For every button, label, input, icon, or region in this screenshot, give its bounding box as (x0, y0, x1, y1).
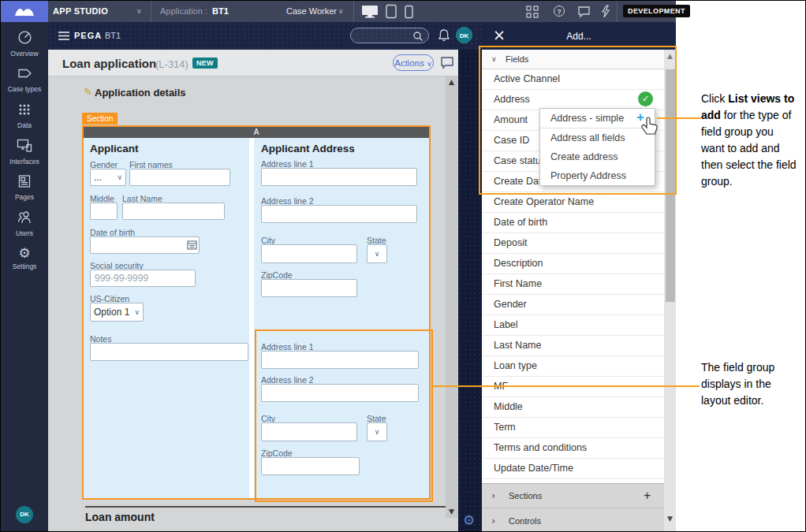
gear-icon: ⚙ (18, 245, 30, 261)
sidebar-item-interfaces[interactable]: Interfaces (1, 138, 48, 166)
list-item[interactable]: Create Operator Name (482, 192, 664, 213)
list-item[interactable]: Gender (482, 295, 664, 315)
pencil-icon: ✎ (84, 87, 92, 97)
annotation-note-2: The field group displays in the layout e… (701, 359, 797, 409)
scroll-down-icon[interactable]: ▼ (446, 508, 457, 515)
sidebar-item-users[interactable]: Users (1, 210, 48, 237)
persona-switcher[interactable]: Case Worker (286, 1, 337, 22)
social-security-input[interactable] (90, 270, 196, 287)
scroll-up-icon[interactable]: ▲ (446, 78, 457, 86)
section-tag[interactable]: Section (82, 113, 118, 125)
settings-gear-icon[interactable]: ⚙ (463, 514, 475, 527)
tablet-preview-icon[interactable] (385, 4, 397, 19)
add-section-plus-icon[interactable]: + (644, 489, 651, 503)
controls-group-label: Controls (509, 516, 541, 526)
lightning-icon[interactable] (600, 5, 610, 18)
applicant-heading: Applicant (90, 143, 139, 154)
app-studio-chevron-down-icon[interactable]: ∨ (136, 8, 142, 15)
overview-icon (17, 30, 32, 45)
scroll-down-icon[interactable]: ▼ (664, 515, 676, 523)
case-types-icon (17, 66, 32, 80)
actions-button[interactable]: Actions ∨ (393, 54, 434, 71)
sections-group-label: Sections (509, 491, 542, 500)
sidebar-item-case-types[interactable]: Case types (1, 66, 48, 93)
list-item[interactable]: Deposit (482, 233, 664, 254)
address1-city-input[interactable] (261, 244, 357, 263)
chevron-right-icon: › (491, 490, 495, 500)
interfaces-icon (17, 138, 32, 153)
list-item[interactable]: Middle (482, 397, 664, 418)
divider (353, 1, 354, 22)
date-of-birth-input[interactable] (90, 236, 200, 254)
main-scrollbar[interactable] (446, 76, 457, 518)
menu-item-property-address[interactable]: Property Address (540, 166, 655, 185)
persona-chevron-down-icon[interactable]: ∨ (338, 8, 344, 15)
divider (617, 1, 618, 22)
sidebar-item-label: Pages (1, 193, 48, 201)
search-icon (412, 31, 424, 42)
case-id: (L-314) (155, 58, 188, 70)
list-item[interactable]: Description (482, 254, 664, 274)
bell-icon[interactable] (438, 28, 450, 43)
first-names-input[interactable] (129, 169, 230, 186)
list-item[interactable]: Active Channel (482, 69, 664, 90)
us-citizen-select[interactable]: Option 1∨ (90, 303, 144, 322)
workflow-grid-icon[interactable] (526, 6, 539, 18)
application-label: Application : (160, 1, 207, 22)
last-name-input[interactable] (122, 203, 225, 220)
address2-zip-input[interactable] (261, 457, 360, 475)
chat-icon[interactable] (577, 6, 591, 18)
hamburger-icon[interactable] (58, 31, 70, 41)
sidebar-item-data[interactable]: Data (1, 102, 48, 129)
middle-input[interactable] (90, 203, 118, 220)
sidebar-item-overview[interactable]: Overview (1, 30, 48, 58)
list-item[interactable]: Label (482, 315, 664, 336)
sidebar-avatar[interactable]: DK (16, 506, 33, 523)
scroll-up-icon[interactable]: ▲ (664, 52, 676, 60)
sidebar-item-settings[interactable]: ⚙ Settings (1, 247, 48, 270)
app-studio-label[interactable]: APP STUDIO (53, 1, 108, 22)
desktop-preview-icon[interactable] (360, 4, 379, 19)
address1-state-select[interactable]: ∨ (367, 244, 387, 263)
cursor-hand-icon (641, 116, 662, 140)
list-item[interactable]: Term (482, 418, 664, 438)
left-sidebar: Overview Case types Data Interfaces Page… (1, 22, 48, 532)
search-input[interactable] (350, 28, 429, 43)
address1-line1-input[interactable] (261, 168, 417, 186)
screenshot-root: APP STUDIO ∨ Application : BT1 Case Work… (0, 0, 806, 532)
gender-select[interactable]: ...∨ (90, 169, 126, 186)
controls-group-header[interactable]: › Controls (482, 508, 664, 532)
notes-input[interactable] (90, 343, 248, 361)
sections-group-header[interactable]: › Sections + (482, 483, 664, 508)
address2-line2-input[interactable] (261, 384, 419, 402)
menu-item-create-address[interactable]: Create address (540, 147, 655, 166)
user-avatar[interactable]: DK (456, 27, 472, 43)
address2-state-select[interactable]: ∨ (367, 422, 387, 441)
phone-preview-icon[interactable] (404, 5, 414, 19)
address2-city-input[interactable] (261, 422, 357, 441)
list-item[interactable]: Loan type (482, 356, 664, 377)
address1-line2-input[interactable] (261, 205, 417, 223)
applicant-address-heading: Applicant Address (261, 143, 355, 154)
menu-item-address-all-fields[interactable]: Address all fields (540, 128, 655, 147)
sidebar-item-label: Data (1, 121, 48, 129)
list-item[interactable]: Last Name (482, 336, 664, 356)
list-item[interactable]: Date of birth (482, 213, 664, 233)
address-added-check-icon: ✓ (638, 91, 653, 106)
top-bar: APP STUDIO ∨ Application : BT1 Case Work… (1, 1, 676, 22)
list-item[interactable]: Update Date/Time (482, 459, 664, 479)
address1-zip-input[interactable] (261, 279, 357, 297)
fields-group-header[interactable]: ∨ Fields (482, 50, 664, 69)
panel-scrollbar-thumb[interactable] (666, 69, 675, 302)
list-item[interactable]: MF (482, 377, 664, 397)
list-item[interactable]: First Name (482, 274, 664, 295)
case-chat-icon[interactable] (440, 56, 454, 69)
calendar-icon[interactable] (187, 240, 197, 250)
address2-line1-input[interactable] (261, 351, 419, 369)
list-item[interactable]: Terms and conditions (482, 438, 664, 459)
page-title: Loan application (62, 57, 156, 70)
pega-logo-icon (13, 5, 35, 18)
pega-logo[interactable] (1, 1, 48, 22)
sidebar-item-pages[interactable]: Pages (1, 174, 48, 201)
help-icon[interactable]: ? (554, 6, 565, 17)
